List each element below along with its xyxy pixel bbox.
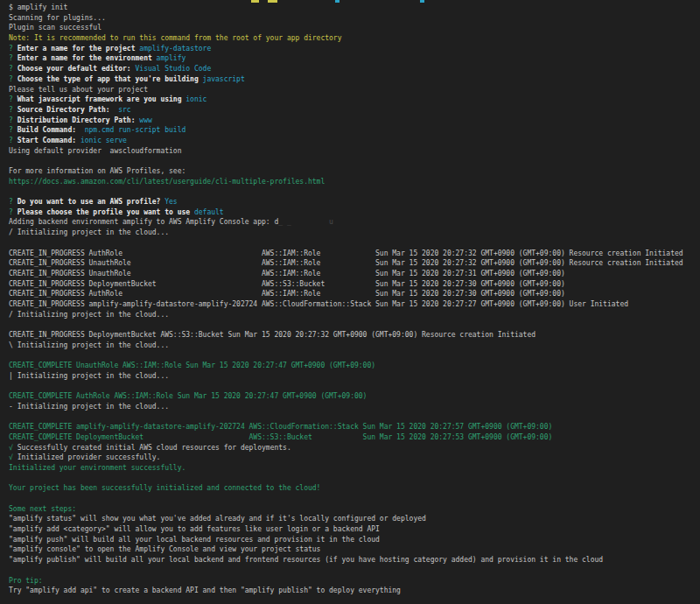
terminal-text-segment: CREATE_IN_PROGRESS DeploymentBucket AWS:… <box>9 280 565 288</box>
terminal-line <box>9 474 700 484</box>
terminal-text-segment: default <box>194 208 224 216</box>
terminal-text-segment: / Initializing project in the cloud... <box>9 228 169 236</box>
terminal-text-segment <box>9 566 13 574</box>
terminal-text-segment: ? <box>9 198 18 206</box>
terminal-text-segment: CREATE_IN_PROGRESS UnauthRole AWS::IAM::… <box>9 270 565 277</box>
terminal-text-segment: $ amplify init <box>9 4 67 11</box>
terminal-line: Note: It is recommended to run this comm… <box>9 33 700 44</box>
terminal-text-segment: CREATE_COMPLETE DeploymentBucket AWS::S3… <box>9 433 552 441</box>
terminal[interactable]: $ amplify initScanning for plugins...Plu… <box>0 0 700 604</box>
terminal-text-segment <box>9 382 13 390</box>
terminal-line: ? Start Command: ionic serve <box>9 136 700 146</box>
terminal-line: CREATE_COMPLETE DeploymentBucket AWS::S3… <box>9 432 700 443</box>
terminal-text-segment: Source Directory Path: <box>18 106 115 114</box>
terminal-text-segment: Build Command: <box>18 126 80 134</box>
terminal-line: CREATE_IN_PROGRESS amplify-amplify-datas… <box>9 299 700 310</box>
clipped-line-fragment <box>251 0 259 3</box>
terminal-line: ? Build Command: npm.cmd run-script buil… <box>9 125 700 136</box>
terminal-line: CREATE_IN_PROGRESS DeploymentBucket AWS:… <box>9 279 700 290</box>
terminal-line: CREATE_IN_PROGRESS AuthRole AWS::IAM::Ro… <box>9 249 700 259</box>
terminal-text-segment: CREATE_COMPLETE AuthRole AWS::IAM::Role … <box>9 392 367 400</box>
terminal-text-segment: Distribution Directory Path: <box>18 116 140 124</box>
terminal-text-segment: ionic <box>186 95 206 103</box>
terminal-text-segment: Some next steps: <box>9 505 76 513</box>
terminal-line: Initialized your environment successfull… <box>9 463 700 474</box>
terminal-line <box>9 186 700 197</box>
terminal-text-segment: u <box>329 218 333 226</box>
terminal-text-segment: amplify-datastore <box>139 45 211 53</box>
terminal-line: CREATE_COMPLETE AuthRole AWS::IAM::Role … <box>9 391 700 402</box>
terminal-text-segment: | Initializing project in the cloud... <box>9 372 169 380</box>
terminal-line <box>9 238 700 249</box>
terminal-text-segment: ? <box>9 45 18 53</box>
terminal-line: - Initializing project in the cloud... <box>9 402 700 412</box>
terminal-line: √ Successfully created initial AWS cloud… <box>9 443 700 453</box>
terminal-text-segment <box>9 351 13 359</box>
terminal-text-segment: Please choose the profile you want to us… <box>18 208 194 216</box>
terminal-line: Scanning for plugins... <box>9 13 700 24</box>
terminal-text-segment: "amplify status" will show you what you'… <box>9 515 426 523</box>
terminal-text-segment: npm.cmd run-script build <box>80 126 186 134</box>
terminal-line: Try "amplify add api" to create a backen… <box>9 586 700 596</box>
terminal-text-segment: Enter a name for the project <box>18 45 140 53</box>
terminal-text-segment <box>9 157 13 165</box>
terminal-text-segment: CREATE_COMPLETE UnauthRole AWS::IAM::Rol… <box>9 362 375 369</box>
terminal-text-segment: For more information on AWS Profiles, se… <box>9 167 186 175</box>
terminal-line: ? Enter a name for the environment ampli… <box>9 53 700 64</box>
terminal-text-segment: amplify <box>157 54 186 62</box>
terminal-line: / Initializing project in the cloud... <box>9 228 700 238</box>
terminal-line: CREATE_COMPLETE UnauthRole AWS::IAM::Rol… <box>9 361 700 371</box>
terminal-text-segment: Using default provider awscloudformation <box>9 147 181 155</box>
terminal-line: ? Do you want to use an AWS profile? Yes <box>9 197 700 207</box>
terminal-line: "amplify add <category>" will allow you … <box>9 524 700 535</box>
terminal-text-segment: Plugin scan successful <box>9 24 102 32</box>
terminal-text-segment: √ <box>9 444 18 452</box>
terminal-line: Using default provider awscloudformation <box>9 146 700 157</box>
terminal-line: "amplify push" will build all your local… <box>9 535 700 545</box>
terminal-text-segment: / Initializing project in the cloud... <box>9 311 169 319</box>
terminal-text-segment: ionic serve <box>80 137 127 144</box>
terminal-line: ? Please choose the profile you want to … <box>9 207 700 218</box>
terminal-text-segment: src <box>114 106 130 114</box>
terminal-text-segment: What javascript framework are you using <box>18 95 186 103</box>
terminal-line: ? What javascript framework are you usin… <box>9 95 700 105</box>
terminal-text-segment: ? <box>9 208 18 216</box>
terminal-text-segment <box>9 239 13 247</box>
terminal-text-segment: Start Command: <box>18 137 80 144</box>
terminal-text-segment: ? <box>9 137 18 144</box>
terminal-line: Adding backend environment amplify to AW… <box>9 217 700 228</box>
terminal-text-segment: "amplify console" to open the Amplify Co… <box>9 545 320 553</box>
terminal-text-segment: CREATE_IN_PROGRESS UnauthRole AWS::IAM::… <box>9 259 683 267</box>
terminal-line: For more information on AWS Profiles, se… <box>9 166 700 177</box>
terminal-line: \ Initializing project in the cloud... <box>9 341 700 351</box>
terminal-screen: { "terminal": { "colors": { "background"… <box>0 0 700 604</box>
terminal-text-segment: Choose the type of app that you're build… <box>18 75 203 83</box>
terminal-text-segment: "amplify publish" will build all your lo… <box>9 556 603 564</box>
terminal-text-segment: Note: It is recommended to run this comm… <box>9 34 342 42</box>
terminal-line: ? Choose the type of app that you're bui… <box>9 74 700 85</box>
terminal-text-segment: Do you want to use an AWS profile? <box>18 198 165 206</box>
terminal-line <box>9 412 700 423</box>
terminal-line: CREATE_COMPLETE amplify-amplify-datastor… <box>9 422 700 432</box>
terminal-line: Plugin scan successful <box>9 23 700 33</box>
terminal-line: | Initializing project in the cloud... <box>9 371 700 382</box>
terminal-text-segment: CREATE_IN_PROGRESS amplify-amplify-datas… <box>9 300 628 308</box>
terminal-text-segment: Initialized provider successfully. <box>18 453 161 461</box>
terminal-line: √ Initialized provider successfully. <box>9 453 700 463</box>
terminal-line: ? Source Directory Path: src <box>9 105 700 116</box>
terminal-text-segment: ? <box>9 116 18 124</box>
terminal-text-segment: Visual Studio Code <box>136 65 212 73</box>
terminal-line <box>9 156 700 166</box>
terminal-text-segment <box>9 474 13 482</box>
terminal-line: Pro tip: <box>9 576 700 586</box>
terminal-lines: $ amplify initScanning for plugins...Plu… <box>9 3 700 596</box>
terminal-text-segment: ? <box>9 75 18 83</box>
terminal-text-segment: \ Initializing project in the cloud... <box>9 341 169 349</box>
terminal-text-segment: ? <box>9 95 18 103</box>
terminal-line <box>9 350 700 361</box>
terminal-text-segment: Choose your default editor: <box>18 65 136 73</box>
terminal-text-segment: CREATE_COMPLETE amplify-amplify-datastor… <box>9 423 552 431</box>
terminal-text-segment: Adding backend environment amplify to AW… <box>9 218 278 226</box>
terminal-text-segment: Pro tip: <box>9 577 43 585</box>
terminal-text-segment <box>9 413 13 421</box>
